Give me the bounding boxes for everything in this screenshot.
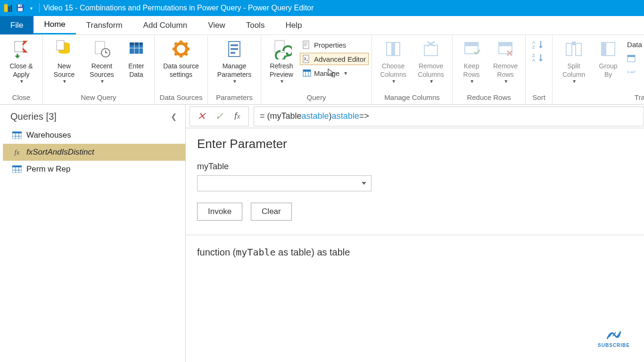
svg-rect-38 bbox=[303, 70, 311, 72]
query-item-warehouses[interactable]: Warehouses bbox=[3, 127, 185, 144]
parameter-label: myTable bbox=[197, 162, 633, 172]
sort-asc-button[interactable]: AZ bbox=[531, 39, 546, 50]
svg-rect-54 bbox=[572, 41, 576, 45]
refresh-preview-button[interactable]: Refresh Preview▼ bbox=[264, 37, 299, 89]
properties-label: Properties bbox=[314, 41, 346, 49]
svg-text:A: A bbox=[532, 58, 535, 62]
ribbon-group-label: Tra bbox=[555, 91, 644, 104]
refresh-preview-label: Refresh Preview bbox=[270, 62, 293, 79]
ribbon-group-label: Data Sources bbox=[157, 91, 205, 104]
svg-text:A: A bbox=[532, 40, 535, 45]
query-item-perm-w-rep[interactable]: Perm w Rep bbox=[3, 161, 185, 178]
manage-parameters-button[interactable]: Manage Parameters▼ bbox=[211, 37, 258, 89]
enter-data-icon bbox=[126, 39, 147, 59]
data-source-settings-label: Data source settings bbox=[163, 62, 198, 79]
window-title: Video 15 - Combinations and Permutations… bbox=[43, 4, 314, 12]
signature-text: myTable bbox=[236, 247, 275, 258]
remove-columns-icon bbox=[421, 39, 441, 59]
tab-help[interactable]: Help bbox=[275, 16, 312, 34]
cancel-edit-button[interactable]: ✕ bbox=[195, 110, 208, 123]
tab-home[interactable]: Home bbox=[33, 16, 75, 34]
choose-columns-label: Choose Columns bbox=[380, 62, 406, 79]
new-source-icon bbox=[54, 39, 74, 59]
recent-sources-button[interactable]: Recent Sources▼ bbox=[83, 37, 120, 89]
formula-text: myTable bbox=[270, 111, 302, 121]
choose-columns-icon bbox=[383, 39, 404, 59]
svg-rect-1 bbox=[8, 6, 10, 12]
manage-parameters-label: Manage Parameters bbox=[217, 62, 251, 79]
svg-rect-9 bbox=[57, 41, 64, 50]
ribbon-group-transform: Split Column▼ Group By Data 12 Tra bbox=[553, 35, 644, 104]
svg-line-26 bbox=[185, 43, 187, 45]
group-by-label: Group By bbox=[599, 62, 618, 79]
svg-rect-5 bbox=[18, 8, 23, 11]
svg-line-23 bbox=[175, 43, 177, 45]
divider bbox=[186, 235, 644, 235]
function-icon: fx bbox=[12, 148, 22, 156]
invoke-button[interactable]: Invoke bbox=[197, 203, 242, 221]
main: Queries [3] ❮ Warehouses fx fxSortAndIsD… bbox=[0, 105, 644, 362]
replace-values-button[interactable]: 12 bbox=[624, 66, 644, 79]
ribbon-group-close: Close & Apply▼ Close bbox=[0, 35, 43, 104]
tab-file[interactable]: File bbox=[0, 16, 33, 34]
parameter-dropdown[interactable] bbox=[197, 175, 372, 191]
close-apply-label: Close & Apply bbox=[9, 62, 33, 79]
data-type-button[interactable]: Data bbox=[624, 39, 644, 50]
svg-rect-52 bbox=[566, 43, 572, 56]
query-item-fxsortandisdistinct[interactable]: fx fxSortAndIsDistinct bbox=[3, 144, 185, 161]
formula-text: = ( bbox=[260, 111, 270, 121]
tab-view[interactable]: View bbox=[198, 16, 236, 34]
function-signature: function (myTable as table) as table bbox=[197, 247, 633, 258]
group-by-button[interactable]: Group By bbox=[593, 37, 623, 89]
replace-icon: 12 bbox=[627, 68, 636, 77]
enter-data-button[interactable]: Enter Data bbox=[121, 37, 151, 89]
subscribe-label: SUBSCRIBE bbox=[598, 343, 630, 348]
properties-button[interactable]: Properties bbox=[300, 39, 369, 51]
gear-icon bbox=[171, 39, 191, 59]
svg-rect-36 bbox=[303, 55, 309, 63]
svg-rect-0 bbox=[4, 4, 8, 12]
svg-text:1: 1 bbox=[627, 70, 629, 74]
commit-edit-button[interactable]: ✓ bbox=[213, 110, 226, 123]
qat-dropdown-icon[interactable]: ▾ bbox=[27, 6, 35, 11]
ribbon-group-label: New Query bbox=[46, 91, 151, 104]
remove-rows-button[interactable]: Remove Rows▼ bbox=[488, 37, 522, 89]
fx-button[interactable]: fx bbox=[231, 110, 244, 123]
manage-query-button[interactable]: Manage▼ bbox=[300, 67, 369, 79]
advanced-editor-button[interactable]: Advanced Editor bbox=[300, 53, 369, 65]
split-column-button[interactable]: Split Column▼ bbox=[555, 37, 592, 89]
ribbon-group-label: Manage Columns bbox=[375, 91, 449, 104]
tab-tools[interactable]: Tools bbox=[236, 16, 275, 34]
new-source-button[interactable]: New Source▼ bbox=[46, 37, 83, 89]
choose-columns-button[interactable]: Choose Columns▼ bbox=[375, 37, 412, 89]
save-icon[interactable] bbox=[15, 3, 25, 13]
svg-rect-30 bbox=[231, 52, 235, 54]
svg-rect-29 bbox=[231, 48, 238, 50]
table-icon bbox=[627, 54, 636, 63]
manage-query-label: Manage bbox=[314, 69, 339, 77]
keep-rows-button[interactable]: Keep Rows▼ bbox=[455, 37, 487, 89]
advanced-editor-label: Advanced Editor bbox=[314, 55, 366, 63]
signature-text: function ( bbox=[197, 247, 236, 257]
tab-add-column[interactable]: Add Column bbox=[133, 16, 198, 34]
use-first-row-button[interactable] bbox=[624, 52, 644, 65]
data-source-settings-button[interactable]: Data source settings bbox=[157, 37, 205, 89]
remove-rows-icon bbox=[495, 39, 516, 59]
ribbon-group-new-query: New Source▼ Recent Sources▼ Enter Data N… bbox=[43, 35, 155, 104]
close-apply-button[interactable]: Close & Apply▼ bbox=[3, 37, 40, 89]
tab-transform[interactable]: Transform bbox=[76, 16, 133, 34]
parameters-icon bbox=[224, 39, 245, 59]
svg-rect-58 bbox=[627, 55, 635, 57]
collapse-pane-icon[interactable]: ❮ bbox=[171, 112, 177, 121]
formula-input[interactable]: = (myTable as table) as table => bbox=[254, 107, 644, 126]
enter-data-label: Enter Data bbox=[128, 62, 144, 79]
content-area: ✕ ✓ fx = (myTable as table) as table => … bbox=[186, 105, 644, 362]
queries-pane-title: Queries [3] bbox=[10, 111, 57, 122]
sort-desc-button[interactable]: ZA bbox=[531, 52, 546, 63]
sort-desc-icon: ZA bbox=[532, 53, 545, 62]
split-column-label: Split Column bbox=[562, 62, 585, 79]
clear-button[interactable]: Clear bbox=[251, 203, 292, 221]
ribbon-tabstrip: File Home Transform Add Column View Tool… bbox=[0, 16, 644, 35]
remove-columns-button[interactable]: Remove Columns▼ bbox=[413, 37, 449, 89]
formula-text: as bbox=[302, 111, 311, 121]
